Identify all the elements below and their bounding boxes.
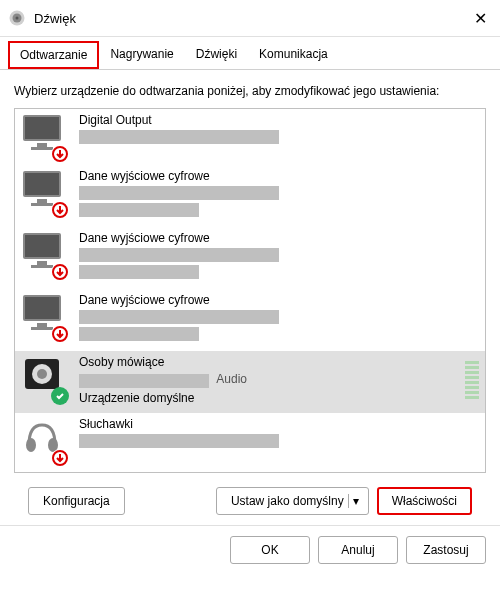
check-icon [51,387,69,405]
svg-rect-19 [25,297,59,319]
device-subtitle-redacted [79,327,199,341]
device-status-text: Urządzenie domyślne [79,391,457,405]
device-name: Osoby mówiące [79,355,457,369]
sound-icon [8,9,26,27]
svg-rect-5 [37,143,47,147]
arrow-down-icon [51,263,69,281]
device-subtitle-redacted [79,374,209,388]
device-audio-label: Audio [216,372,247,386]
instruction-text: Wybierz urządzenie do odtwarzania poniże… [14,84,486,98]
device-row[interactable]: Słuchawki [15,413,485,473]
device-subtitle-redacted [79,130,279,144]
device-info: Dane wyjściowe cyfrowe [79,293,479,341]
device-name: Dane wyjściowe cyfrowe [79,231,479,245]
device-icon-wrap [21,293,69,341]
device-info: Osoby mówiące Audio Urządzenie domyślne [79,355,457,405]
device-subtitle-redacted [79,248,279,262]
svg-point-25 [37,369,47,379]
svg-rect-21 [31,327,53,330]
svg-rect-4 [25,117,59,139]
device-icon-wrap [21,169,69,217]
svg-rect-9 [25,173,59,195]
svg-rect-20 [37,323,47,327]
device-icon-wrap [21,231,69,279]
device-name: Digital Output [79,113,479,127]
device-list[interactable]: Digital Output Dane wyjściowe cyfrowe Da… [14,108,486,473]
svg-rect-6 [31,147,53,150]
device-icon-wrap [21,417,69,465]
device-subtitle-redacted [79,203,199,217]
set-default-button[interactable]: Ustaw jako domyślny▾ [216,487,369,515]
device-row[interactable]: Dane wyjściowe cyfrowe [15,165,485,227]
arrow-down-icon [51,325,69,343]
dialog-buttons: OK Anuluj Zastosuj [0,525,500,574]
tab-playback[interactable]: Odtwarzanie [8,41,99,69]
svg-point-2 [16,17,19,20]
content-area: Wybierz urządzenie do odtwarzania poniże… [0,70,500,525]
svg-rect-15 [37,261,47,265]
device-name: Dane wyjściowe cyfrowe [79,293,479,307]
device-row[interactable]: Digital Output [15,109,485,165]
window-title: Dźwięk [34,11,468,26]
device-row[interactable]: Dane wyjściowe cyfrowe [15,227,485,289]
apply-button[interactable]: Zastosuj [406,536,486,564]
configure-button[interactable]: Konfiguracja [28,487,125,515]
titlebar: Dźwięk ✕ [0,0,500,37]
ok-button[interactable]: OK [230,536,310,564]
tab-communication[interactable]: Komunikacja [248,41,339,69]
properties-button[interactable]: Właściwości [377,487,472,515]
device-icon-wrap [21,113,69,161]
svg-point-26 [26,438,36,452]
device-row[interactable]: Dane wyjściowe cyfrowe [15,289,485,351]
arrow-down-icon [51,449,69,467]
chevron-down-icon: ▾ [348,494,354,508]
tab-sounds[interactable]: Dźwięki [185,41,248,69]
device-name: Dane wyjściowe cyfrowe [79,169,479,183]
cancel-button[interactable]: Anuluj [318,536,398,564]
device-info: Dane wyjściowe cyfrowe [79,169,479,217]
device-name: Słuchawki [79,417,479,431]
device-info: Dane wyjściowe cyfrowe [79,231,479,279]
close-button[interactable]: ✕ [468,6,492,30]
action-buttons: Konfiguracja Ustaw jako domyślny▾ Właści… [14,473,486,525]
svg-rect-10 [37,199,47,203]
device-subtitle-redacted [79,310,279,324]
svg-rect-14 [25,235,59,257]
device-row-selected[interactable]: Osoby mówiące Audio Urządzenie domyślne [15,351,485,413]
set-default-label: Ustaw jako domyślny [231,494,344,508]
device-subtitle-redacted [79,265,199,279]
svg-rect-11 [31,203,53,206]
device-subtitle-redacted [79,434,279,448]
svg-rect-16 [31,265,53,268]
device-icon-wrap [21,355,69,403]
level-meter [465,355,479,401]
tab-bar: Odtwarzanie Nagrywanie Dźwięki Komunikac… [0,37,500,70]
arrow-down-icon [51,145,69,163]
device-info: Digital Output [79,113,479,144]
device-info: Słuchawki [79,417,479,448]
arrow-down-icon [51,201,69,219]
tab-recording[interactable]: Nagrywanie [99,41,184,69]
device-subtitle-redacted [79,186,279,200]
